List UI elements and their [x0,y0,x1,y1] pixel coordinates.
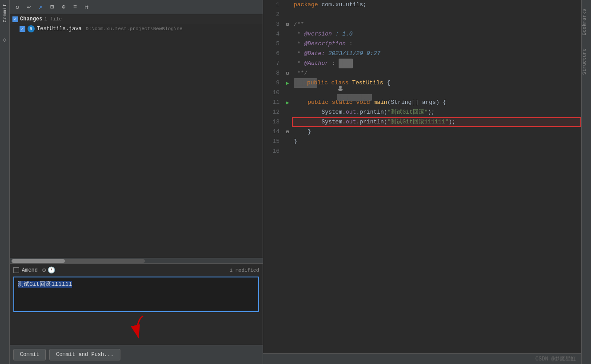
ln-16: 16 [263,146,280,156]
line11-public: public [307,98,332,107]
author-redacted: ████ [339,59,352,68]
gi-15 [283,137,292,146]
fold-icon-8[interactable]: ⊟ [286,71,289,76]
commit-tab[interactable]: Commit ◇ [0,0,10,364]
ln-2: 2 [263,10,280,20]
menu-btn[interactable]: ≡ [70,2,80,12]
line12-dot: .println( [356,107,387,117]
file-checkbox[interactable]: ✓ [20,26,25,32]
comment-5a: * [294,39,304,49]
ln-7: 7 [263,59,280,68]
ln-4: 4 [263,29,280,39]
ln-15: 15 [263,137,280,146]
annotation-date-val: 2023/11/29 9:27 [325,49,380,59]
ln-11: 11 [263,98,280,107]
scrollbar-track[interactable] [12,259,145,263]
code-line-14: } [292,127,581,137]
gi-10 [283,88,292,98]
line11-args: (String[] args) { [387,98,447,107]
ln-6: 6 [263,49,280,59]
gi-4 [283,29,292,39]
changes-label: Changes [20,16,42,22]
gi-11: ▶ [283,98,292,107]
changes-header[interactable]: ✓ Changes 1 file [10,14,263,24]
gi-3: ⊟ [283,20,292,29]
modified-badge: 1 modified [230,268,259,273]
amend-checkbox[interactable] [13,267,19,273]
file-icon: G [28,25,35,32]
arrow-svg [125,314,161,345]
play-icon-11[interactable]: ▶ [286,99,289,106]
commit-button[interactable]: Commit [13,349,46,360]
code-line-11: public static void main(String[] args) { [292,98,581,107]
ln-1: 1 [263,0,280,10]
changes-count: 1 file [44,16,62,22]
code-content: package com.xu.utils; /** * @version : 1… [292,0,581,353]
status-bar: CSDN @梦魔星虹 [263,353,581,364]
amend-label: Amend [22,267,38,273]
commit-message-input[interactable]: 测试Git回滚111111 [13,277,259,312]
play-icon-9[interactable]: ▶ [286,80,289,87]
bookmarks-tab[interactable]: Bookmarks [582,9,591,35]
gi-16 [283,146,292,156]
file-item[interactable]: ✓ G TestUtils.java D:\com.xu.test.projec… [10,24,263,34]
arrow-section [10,314,263,345]
kw-package: package [294,0,321,10]
commit-and-push-button[interactable]: Commit and Push... [49,349,120,360]
line11-indent [294,98,307,107]
history-icon[interactable]: 🕐 [48,266,55,274]
fold-icon-14[interactable]: ⊟ [286,129,289,135]
settings-icon[interactable]: ⚙ [42,266,46,274]
scrollbar-thumb[interactable] [12,259,65,263]
amend-icons: ⚙ 🕐 [42,266,55,274]
right-panel: 1 2 3 4 5 6 7 8 9 10 11 12 13 14 15 16 ⊟ [263,0,581,364]
stash-btn[interactable]: ⊞ [47,2,57,12]
line12-out: out [346,107,356,117]
comment-7b: : [328,59,339,68]
diff-btn[interactable]: ⊙ [59,2,68,12]
comment-6a: * [294,49,304,59]
up-btn[interactable]: ⇈ [82,2,92,12]
commit-tab-label[interactable]: Commit [2,4,8,23]
line14-close: } [294,127,311,137]
code-area: 1 2 3 4 5 6 7 8 9 10 11 12 13 14 15 16 ⊟ [263,0,581,353]
gi-8: ⊟ [283,68,292,78]
line11-void: void [356,98,373,107]
rollback-btn[interactable]: ↗ [36,2,45,12]
code-line-3: /** [292,20,581,29]
line13-indent: System. [294,117,346,127]
ln-13: 13 [263,117,280,127]
refresh-btn[interactable]: ↻ [12,2,22,12]
code-line-10: ██████████ [292,88,581,98]
svg-point-1 [339,86,342,88]
annotation-author: @Author [304,59,328,68]
structure-tab[interactable]: Structure [582,48,591,75]
line13-dot: .println( [356,117,387,127]
line13-close: ); [448,117,455,127]
comment-5b: : [346,39,353,49]
line15-close: } [294,137,297,146]
code-line-13: System.out.println("测试Git回滚111111"); [292,117,581,127]
gi-9: ▶ [283,78,292,88]
line12-close: ); [428,107,435,117]
scrollbar-area [10,258,263,263]
gi-1 [283,0,292,10]
comment-3: /** [294,20,304,29]
fold-icon-3[interactable]: ⊟ [286,22,289,27]
annotation-desc: @Description [304,39,346,49]
undo-btn[interactable]: ↩ [24,2,34,12]
ln-9: 9 [263,78,280,88]
left-panel: ↻ ↩ ↗ ⊞ ⊙ ≡ ⇈ ✓ Changes 1 file ✓ G TestU… [10,0,263,364]
user-avatar-icon [337,85,343,91]
line11-main: main [373,98,387,107]
gi-12 [283,107,292,117]
changes-checkbox[interactable]: ✓ [12,16,18,22]
pkg-name: com.xu.utils; [321,0,366,10]
amend-row: Amend ⚙ 🕐 1 modified [10,264,263,277]
line11-static: static [332,98,356,107]
watermark: CSDN @梦魔星虹 [535,355,576,363]
comment-4a: * [294,29,304,39]
ln-3: 3 [263,20,280,29]
code-line-7: * @Author : ████ [292,59,581,68]
gutter-icons: ⊟ ⊟ ▶ ▶ ⊟ [283,0,292,353]
